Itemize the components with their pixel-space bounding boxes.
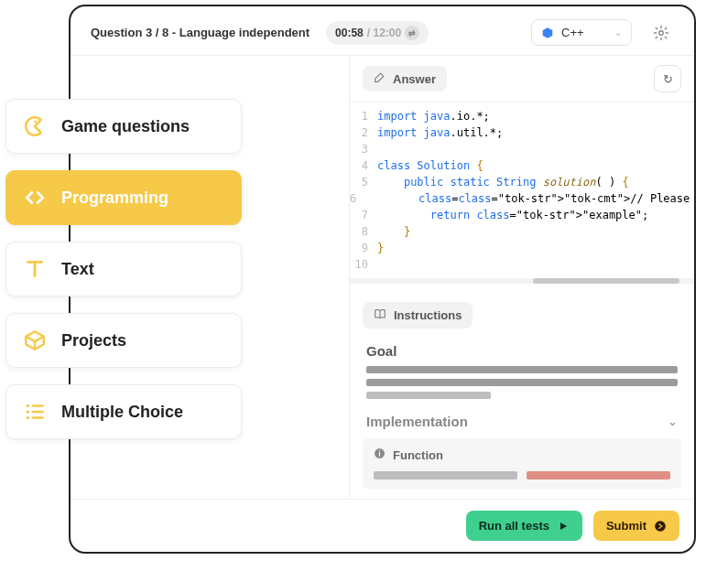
category-label: Multiple Choice bbox=[61, 403, 183, 422]
placeholder-line bbox=[366, 366, 678, 373]
timer-total: / 12:00 bbox=[367, 27, 401, 39]
box-icon bbox=[23, 329, 47, 352]
category-list: Game questions Programming Text Projects… bbox=[5, 99, 242, 439]
function-label: Function bbox=[393, 448, 443, 462]
svg-point-6 bbox=[655, 521, 666, 532]
svg-point-4 bbox=[659, 30, 664, 35]
arrow-right-circle-icon bbox=[654, 520, 667, 533]
answer-tab[interactable]: Answer bbox=[363, 66, 447, 92]
run-tests-button[interactable]: Run all tests bbox=[466, 511, 582, 541]
answer-header: Answer ↻ bbox=[350, 56, 694, 102]
instructions-tab[interactable]: Instructions bbox=[363, 302, 473, 329]
right-pane: Answer ↻ 1import java.io.*;2import java.… bbox=[350, 56, 694, 499]
list-icon bbox=[23, 400, 47, 424]
category-projects[interactable]: Projects bbox=[5, 313, 242, 368]
play-icon bbox=[557, 520, 570, 533]
code-line[interactable]: 8 } bbox=[350, 223, 694, 240]
code-line[interactable]: 3 bbox=[350, 141, 694, 157]
timer: 00:58 / 12:00 ⇄ bbox=[326, 21, 429, 45]
code-icon bbox=[23, 186, 47, 210]
svg-point-3 bbox=[27, 416, 29, 419]
category-multiple-choice[interactable]: Multiple Choice bbox=[5, 384, 242, 439]
bottom-bar: Run all tests Submit bbox=[71, 499, 694, 552]
horizontal-scrollbar[interactable] bbox=[350, 278, 694, 284]
text-icon bbox=[23, 257, 47, 281]
breadcrumb: Question 3 / 8 - Language independent bbox=[91, 26, 310, 39]
instructions-header: Instructions bbox=[350, 295, 694, 336]
placeholder-bar bbox=[374, 471, 517, 480]
book-icon bbox=[374, 307, 386, 323]
language-selected: C++ bbox=[561, 26, 584, 39]
implementation-toggle[interactable]: Implementation ⌄ bbox=[350, 408, 694, 435]
language-select[interactable]: C++ ⌄ bbox=[531, 19, 632, 46]
goal-title: Goal bbox=[366, 343, 678, 359]
instructions-label: Instructions bbox=[394, 308, 462, 322]
category-programming[interactable]: Programming bbox=[5, 170, 242, 225]
goal-section: Goal bbox=[350, 336, 694, 408]
svg-point-2 bbox=[27, 410, 29, 413]
placeholder-bar bbox=[527, 471, 670, 480]
answer-label-text: Answer bbox=[393, 72, 436, 86]
function-box: Function bbox=[363, 438, 681, 489]
category-label: Game questions bbox=[61, 117, 190, 136]
code-editor[interactable]: 1import java.io.*;2import java.util.*;34… bbox=[350, 102, 694, 278]
top-bar: Question 3 / 8 - Language independent 00… bbox=[71, 6, 694, 56]
code-line[interactable]: 2import java.util.*; bbox=[350, 124, 694, 141]
svg-point-1 bbox=[27, 404, 29, 407]
category-label: Projects bbox=[61, 331, 126, 350]
code-line[interactable]: 6 class=class="tok-str">"tok-cmt">// Ple… bbox=[350, 190, 694, 207]
pacman-icon bbox=[23, 114, 47, 138]
timer-elapsed: 00:58 bbox=[335, 27, 364, 39]
category-text[interactable]: Text bbox=[5, 242, 242, 296]
reset-button[interactable]: ↻ bbox=[654, 65, 681, 92]
code-line[interactable]: 9} bbox=[350, 240, 694, 256]
run-label: Run all tests bbox=[479, 519, 549, 533]
category-game-questions[interactable]: Game questions bbox=[5, 99, 242, 154]
category-label: Text bbox=[61, 260, 94, 279]
swap-icon[interactable]: ⇄ bbox=[405, 26, 419, 40]
cpp-icon bbox=[541, 27, 554, 39]
settings-button[interactable] bbox=[648, 20, 674, 46]
placeholder-line bbox=[366, 379, 678, 386]
code-line[interactable]: 10 bbox=[350, 256, 694, 273]
implementation-title: Implementation bbox=[366, 414, 468, 429]
pencil-icon bbox=[374, 71, 386, 86]
submit-label: Submit bbox=[606, 519, 647, 533]
submit-button[interactable]: Submit bbox=[593, 511, 679, 541]
info-icon bbox=[374, 447, 386, 462]
chevron-down-icon: ⌄ bbox=[668, 415, 678, 428]
code-line[interactable]: 1import java.io.*; bbox=[350, 108, 694, 124]
category-label: Programming bbox=[61, 189, 168, 208]
chevron-down-icon: ⌄ bbox=[614, 27, 622, 38]
refresh-icon: ↻ bbox=[663, 72, 673, 86]
svg-point-0 bbox=[34, 120, 37, 123]
placeholder-line bbox=[366, 392, 491, 399]
code-line[interactable]: 5 public static String solution( ) { bbox=[350, 174, 694, 190]
code-line[interactable]: 4class Solution { bbox=[350, 157, 694, 174]
code-line[interactable]: 7 return class="tok-str">"example"; bbox=[350, 207, 694, 223]
